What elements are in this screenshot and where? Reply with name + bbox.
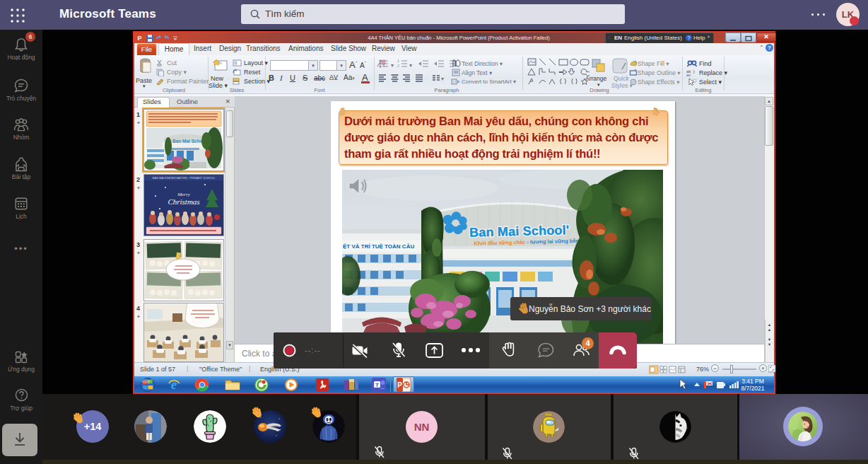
svg-text:▾: ▾ (441, 76, 444, 82)
svg-text:P: P (397, 381, 402, 389)
svg-text:BAN MAI KINDERGARTEN - PRIMARY: BAN MAI KINDERGARTEN - PRIMARY SCHOOL (153, 176, 216, 180)
svg-text:Ban Mai School': Ban Mai School' (469, 223, 570, 240)
svg-text:▾: ▾ (391, 62, 394, 68)
svg-text:P: P (137, 35, 141, 42)
svg-text:▾: ▾ (409, 62, 412, 68)
svg-text:2: 2 (397, 64, 399, 68)
svg-text:ỆT VÀ TRÍ TUỆ TOÀN CẦU: ỆT VÀ TRÍ TUỆ TOÀN CẦU (343, 243, 414, 250)
svg-text:Merry: Merry (177, 192, 190, 197)
svg-text:ac: ac (686, 73, 691, 76)
svg-text:1: 1 (397, 59, 399, 63)
svg-text:e: e (171, 378, 177, 392)
svg-text:Christmas: Christmas (168, 197, 199, 206)
svg-text:T: T (375, 382, 379, 388)
